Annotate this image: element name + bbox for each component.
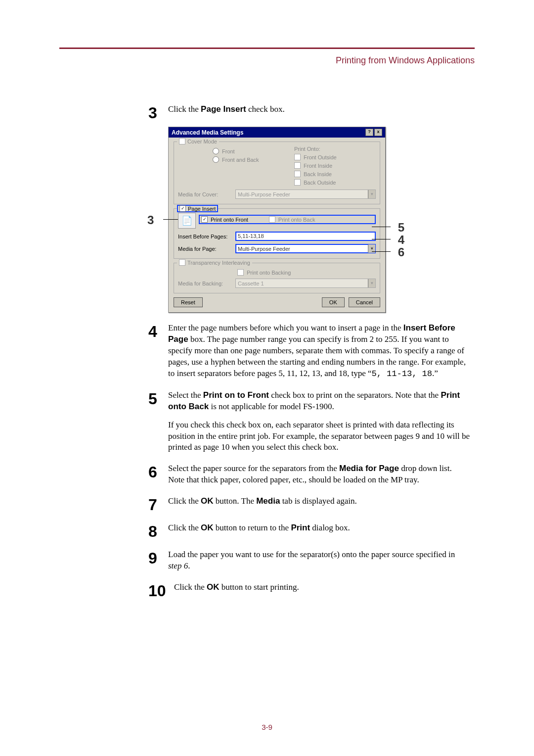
- legend-label: Transparency Interleaving: [187, 260, 250, 266]
- advanced-media-settings-dialog: Advanced Media Settings ? x Cover Mode: [168, 127, 386, 313]
- step-5: 5 Select the Print on to Front check box…: [148, 390, 470, 454]
- step-text: Select the Print on to Front check box t…: [168, 390, 470, 454]
- bold-term: Media: [256, 496, 280, 506]
- code-text: 5, 11-13, 18: [372, 369, 432, 378]
- text: Enter the page numbers before which you …: [168, 323, 403, 332]
- cancel-button[interactable]: Cancel: [349, 297, 380, 307]
- ok-button[interactable]: OK: [322, 297, 345, 307]
- bold-term: Media for Page: [339, 464, 399, 473]
- step-9: 9 Load the paper you want to use for the…: [148, 549, 470, 572]
- reset-button[interactable]: Reset: [174, 297, 203, 307]
- step-6: 6 Select the paper source for the separa…: [148, 463, 470, 486]
- media-for-cover-select[interactable]: Multi-Purpose Feeder▾: [235, 189, 376, 199]
- transparency-interleaving-checkbox[interactable]: [179, 259, 185, 266]
- step-number: 9: [148, 550, 168, 572]
- cover-mode-legend: Cover Mode: [177, 138, 219, 144]
- text: Click the: [168, 523, 201, 532]
- step-number: 7: [148, 497, 168, 513]
- callout-line: [372, 239, 391, 239]
- checkbox-label: Front Inside: [304, 163, 332, 169]
- text: .: [188, 561, 190, 570]
- insert-before-pages-input[interactable]: 5,11-13,18: [235, 232, 376, 241]
- print-onto-back-checkbox[interactable]: [269, 216, 275, 223]
- close-button[interactable]: x: [374, 129, 382, 136]
- page-insert-legend: Page Insert: [177, 205, 218, 212]
- header-rule: [59, 47, 475, 49]
- bold-term: OK: [201, 496, 214, 506]
- step-8: 8 Click the OK button to return to the P…: [148, 522, 470, 539]
- checkbox-label: Front Outside: [304, 154, 337, 160]
- text: Click the: [168, 104, 201, 114]
- callout-3: 3: [147, 213, 154, 227]
- page-insert-checkbox[interactable]: [179, 205, 186, 212]
- text: Click the: [174, 582, 207, 592]
- print-onto-front-checkbox[interactable]: [201, 216, 208, 223]
- help-button[interactable]: ?: [365, 129, 373, 136]
- text: Select the paper source for the separato…: [168, 464, 339, 473]
- front-outside-checkbox[interactable]: [294, 154, 301, 160]
- dialog-titlebar: Advanced Media Settings ? x: [169, 127, 385, 138]
- text: Click the: [168, 496, 201, 506]
- print-onto-backing-checkbox[interactable]: [237, 269, 244, 276]
- bold-term: OK: [207, 582, 220, 592]
- front-and-back-radio[interactable]: [213, 156, 219, 163]
- step-text: Load the paper you want to use for the s…: [168, 549, 470, 572]
- checkbox-label: Print onto Front: [211, 217, 248, 223]
- step-number: 4: [148, 324, 168, 380]
- step-number: 3: [148, 105, 168, 121]
- content-area: 3 Click the Page Insert check box. Advan…: [148, 94, 470, 599]
- radio-label: Front: [222, 148, 235, 154]
- cover-mode-checkbox[interactable]: [179, 138, 185, 144]
- checkbox-label: Print onto Backing: [247, 270, 291, 276]
- checkbox-label: Back Outside: [304, 180, 336, 186]
- step-3: 3 Click the Page Insert check box.: [148, 104, 470, 121]
- media-for-backing-label: Media for Backing:: [178, 281, 232, 286]
- text: is not applicable for model FS-1900.: [209, 402, 334, 411]
- callout-4: 4: [398, 233, 404, 247]
- text: check box to print on the separators. No…: [269, 390, 441, 400]
- front-radio[interactable]: [213, 148, 219, 154]
- step-number: 6: [148, 464, 168, 486]
- select-value: Multi-Purpose Feeder: [238, 191, 290, 197]
- legend-label: Cover Mode: [187, 139, 217, 144]
- text: button to start printing.: [220, 582, 299, 592]
- callout-5: 5: [398, 221, 404, 235]
- callout-6: 6: [398, 245, 404, 259]
- page-number: 3-9: [0, 723, 534, 731]
- select-value: Multi-Purpose Feeder: [238, 246, 290, 252]
- dialog-title: Advanced Media Settings: [172, 129, 243, 136]
- step-text: Select the paper source for the separato…: [168, 463, 470, 486]
- section-title: Printing from Windows Applications: [336, 55, 475, 66]
- dialog-body: Cover Mode Front Front and Back Print On…: [169, 138, 385, 312]
- text: .”: [432, 369, 438, 378]
- media-for-backing-select[interactable]: Cassette 1▾: [235, 279, 376, 288]
- front-inside-checkbox[interactable]: [294, 162, 301, 169]
- step-text: Click the OK button. The Media tab is di…: [168, 496, 357, 513]
- page-insert-group: Page Insert 📄 Print onto Front Pri: [174, 208, 380, 259]
- step-number: 5: [148, 391, 168, 454]
- back-outside-checkbox[interactable]: [294, 179, 301, 186]
- transparency-interleaving-group: Transparency Interleaving Print onto Bac…: [174, 263, 380, 293]
- dialog-screenshot: Advanced Media Settings ? x Cover Mode: [168, 127, 386, 313]
- step-text: Enter the page numbers before which you …: [168, 323, 470, 380]
- transparency-legend: Transparency Interleaving: [177, 259, 252, 266]
- select-value: Cassette 1: [238, 281, 264, 286]
- text: dialog box.: [310, 523, 350, 532]
- page: Printing from Windows Applications 3 Cli…: [0, 0, 534, 756]
- input-value: 5,11-13,18: [238, 233, 264, 239]
- callout-line: [372, 227, 391, 227]
- checkbox-label: Print onto Back: [278, 217, 315, 223]
- italic-term: step 6: [168, 561, 188, 570]
- text: button to return to the: [214, 523, 291, 532]
- step-text: Click the OK button to start printing.: [174, 582, 299, 599]
- dialog-button-row: Reset OK Cancel: [174, 297, 380, 307]
- chevron-down-icon: ▾: [368, 190, 375, 198]
- back-inside-checkbox[interactable]: [294, 171, 301, 177]
- step-text: Click the Page Insert check box.: [168, 104, 285, 121]
- text: check box.: [246, 104, 285, 114]
- text: If you check this check box on, each sep…: [168, 420, 470, 452]
- media-for-page-label: Media for Page:: [178, 246, 232, 252]
- media-for-page-select[interactable]: Multi-Purpose Feeder▾: [235, 244, 376, 253]
- print-onto-label: Print Onto:: [294, 146, 376, 152]
- cover-mode-group: Cover Mode Front Front and Back Print On…: [174, 142, 380, 204]
